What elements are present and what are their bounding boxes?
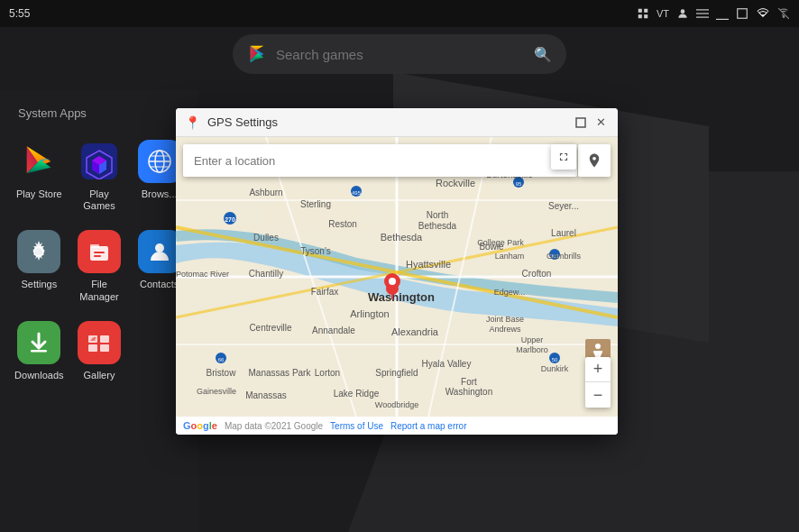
- g-letter-2: o: [191, 420, 197, 431]
- gps-window-maximize-btn[interactable]: [573, 115, 589, 131]
- svg-rect-30: [31, 350, 47, 353]
- svg-point-28: [155, 243, 164, 252]
- wifi-icon: [756, 8, 770, 19]
- gps-title-icon: 📍: [185, 115, 200, 130]
- play-store-icon: [17, 140, 60, 183]
- map-zoom-out-btn[interactable]: −: [585, 382, 611, 408]
- minimize-icon[interactable]: [716, 7, 729, 20]
- svg-rect-25: [94, 252, 105, 253]
- map-report-link[interactable]: Report a map error: [390, 421, 466, 431]
- account-icon[interactable]: [676, 7, 689, 20]
- svg-text:Bethesda: Bethesda: [418, 221, 457, 231]
- no-wifi-icon: [777, 7, 790, 20]
- search-container: 🔍: [233, 34, 566, 74]
- gps-titlebar: 📍 GPS Settings ✕: [176, 108, 618, 137]
- menu-icon[interactable]: [696, 7, 709, 20]
- svg-point-37: [93, 336, 96, 339]
- map-location-input[interactable]: [194, 154, 566, 168]
- svg-text:Rockville: Rockville: [436, 178, 475, 188]
- system-apps-title: System Apps: [0, 99, 198, 131]
- svg-text:Manassas: Manassas: [245, 390, 287, 400]
- play-games-icon: [78, 140, 121, 183]
- svg-rect-38: [576, 118, 585, 127]
- app-item-play-games[interactable]: Play Games: [69, 131, 130, 221]
- app-item-downloads[interactable]: Downloads: [9, 312, 69, 390]
- vt-label: VT: [657, 8, 669, 19]
- svg-text:Gainesville: Gainesville: [197, 387, 236, 396]
- app-item-play-store[interactable]: Play Store: [9, 131, 69, 221]
- svg-point-4: [681, 9, 685, 14]
- svg-rect-35: [100, 344, 109, 352]
- svg-text:Hyala Valley: Hyala Valley: [422, 359, 472, 369]
- svg-text:Bristow: Bristow: [207, 368, 237, 378]
- file-manager-icon: [78, 230, 121, 273]
- app-item-settings[interactable]: Settings: [9, 221, 69, 311]
- person-icon[interactable]: [637, 7, 649, 20]
- google-logo: G o o g l e: [183, 420, 217, 431]
- svg-text:Tyson's: Tyson's: [300, 246, 331, 256]
- search-magnifier-icon: 🔍: [534, 46, 552, 63]
- gallery-label: Gallery: [84, 370, 115, 381]
- map-expand-btn[interactable]: [551, 144, 576, 170]
- svg-text:College Park: College Park: [477, 238, 524, 247]
- topbar-icons: VT: [637, 7, 790, 20]
- svg-text:Dunkirk: Dunkirk: [541, 364, 569, 373]
- downloads-label: Downloads: [14, 370, 63, 381]
- map-terms-link[interactable]: Terms of Use: [330, 421, 383, 431]
- svg-text:Woodbridge: Woodbridge: [375, 400, 418, 409]
- svg-text:95: 95: [516, 181, 522, 187]
- app-item-file-manager[interactable]: File Manager: [69, 221, 130, 311]
- svg-text:Lorton: Lorton: [315, 368, 340, 378]
- svg-rect-34: [88, 344, 97, 352]
- downloads-icon: [17, 321, 60, 364]
- svg-rect-1: [644, 9, 647, 13]
- map-svg: 270 495 95 301 66 50 Burtonsville Seyer.…: [176, 137, 618, 417]
- map-footer: G o o g l e Map data ©2021 Google Terms …: [176, 417, 618, 435]
- svg-rect-6: [696, 13, 709, 14]
- svg-text:Sterling: Sterling: [300, 199, 331, 209]
- svg-text:Edgew...: Edgew...: [494, 288, 526, 297]
- svg-text:Lanham: Lanham: [495, 252, 525, 261]
- svg-text:Joint Base: Joint Base: [486, 315, 524, 324]
- search-input[interactable]: [276, 47, 525, 62]
- svg-text:Marlboro: Marlboro: [516, 345, 548, 354]
- restore-icon[interactable]: [736, 7, 748, 20]
- svg-text:Ashburn: Ashburn: [249, 188, 282, 197]
- svg-text:270: 270: [225, 216, 235, 223]
- search-bar: 🔍: [233, 34, 566, 74]
- svg-rect-5: [696, 9, 709, 10]
- map-location-pin-btn[interactable]: [578, 144, 611, 177]
- svg-rect-0: [638, 9, 642, 13]
- svg-text:Upper: Upper: [521, 335, 544, 344]
- map-location-search: [183, 144, 577, 177]
- svg-text:Laurel: Laurel: [551, 228, 576, 238]
- g-letter-1: G: [183, 420, 191, 431]
- svg-text:Dulles: Dulles: [253, 233, 279, 243]
- svg-rect-3: [644, 14, 647, 18]
- svg-text:Springfield: Springfield: [375, 368, 418, 378]
- g-letter-4: g: [203, 420, 209, 431]
- svg-rect-24: [90, 244, 99, 248]
- map-zoom-in-btn[interactable]: +: [585, 357, 611, 382]
- file-manager-label: File Manager: [73, 279, 126, 302]
- browser-label: Brows...: [142, 188, 178, 200]
- settings-icon: [17, 230, 60, 273]
- browser-icon: [138, 140, 181, 183]
- gps-window-close-btn[interactable]: ✕: [592, 115, 609, 131]
- svg-text:Andrews: Andrews: [489, 325, 521, 334]
- svg-text:Gambrills: Gambrills: [546, 252, 582, 261]
- map-container: 270 495 95 301 66 50 Burtonsville Seyer.…: [176, 137, 618, 417]
- gps-title-text: GPS Settings: [207, 115, 565, 129]
- system-apps-panel: System Apps: [0, 90, 198, 532]
- gps-window-buttons: ✕: [573, 115, 609, 131]
- svg-text:Lake Ridge: Lake Ridge: [334, 389, 380, 399]
- play-store-label: Play Store: [16, 188, 62, 200]
- map-zoom-controls: + −: [585, 357, 611, 408]
- gps-window: 📍 GPS Settings ✕: [176, 108, 618, 435]
- topbar: 5:55 VT: [0, 0, 799, 27]
- svg-text:66: 66: [218, 357, 225, 362]
- svg-text:Reston: Reston: [328, 219, 357, 229]
- app-item-gallery[interactable]: Gallery: [69, 312, 130, 390]
- svg-text:Potomac River: Potomac River: [176, 270, 229, 279]
- svg-text:Alexandria: Alexandria: [391, 326, 439, 337]
